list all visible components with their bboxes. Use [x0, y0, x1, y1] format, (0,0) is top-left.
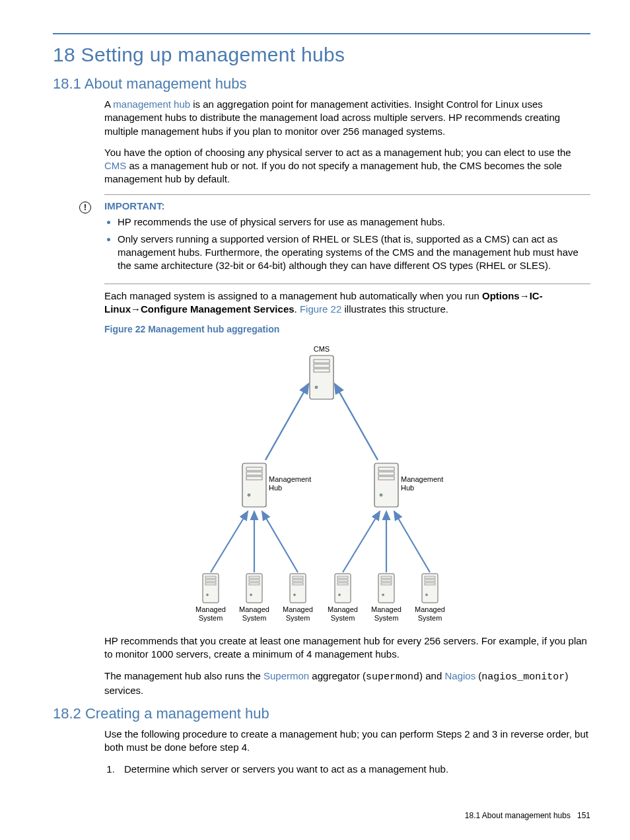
- divider-bottom: [104, 284, 590, 284]
- page-footer: 18.1 About management hubs 151: [465, 811, 590, 820]
- para-4: HP recommends that you create at least o…: [104, 634, 590, 662]
- section-18-1-heading: 18.1 About management hubs: [53, 75, 590, 93]
- important-item-2: Only servers running a supported version…: [118, 233, 590, 273]
- svg-text:Managed: Managed: [371, 605, 402, 613]
- svg-text:Managed: Managed: [195, 605, 226, 613]
- footer-section-ref: 18.1 About management hubs: [465, 811, 571, 820]
- footer-page-number: 151: [577, 811, 590, 820]
- link-figure-22[interactable]: Figure 22: [300, 303, 341, 315]
- svg-text:System: System: [374, 614, 399, 622]
- link-supermon[interactable]: Supermon: [263, 670, 309, 681]
- para-1-a: A: [104, 98, 113, 110]
- svg-text:System: System: [199, 614, 223, 622]
- para-1: A management hub is an aggregation point…: [104, 98, 590, 138]
- top-rule: [53, 33, 590, 34]
- para-5: The management hub also runs the Supermo…: [104, 669, 590, 698]
- para-2-b: as a management hub or not. If you do no…: [104, 160, 562, 184]
- svg-text:System: System: [242, 614, 267, 622]
- para-5-a: The management hub also runs the: [104, 670, 263, 681]
- para-2: You have the option of choosing any phys…: [104, 146, 590, 186]
- creating-steps: Determine which server or servers you wa…: [104, 763, 590, 776]
- svg-text:CMS: CMS: [314, 345, 330, 353]
- svg-text:Management: Management: [269, 475, 311, 483]
- para-3-a: Each managed system is assigned to a man…: [104, 290, 482, 301]
- svg-text:System: System: [418, 614, 442, 622]
- svg-text:System: System: [331, 614, 355, 622]
- svg-line-20: [343, 512, 380, 572]
- creating-step-1: Determine which server or servers you wa…: [118, 763, 590, 776]
- para-5-b: aggregator (: [309, 670, 366, 681]
- mono-supermond: supermond: [366, 671, 419, 683]
- important-block: ! IMPORTANT: HP recommends the use of ph…: [79, 200, 590, 280]
- svg-line-12: [335, 384, 378, 460]
- important-list: HP recommends the use of physical server…: [104, 215, 590, 273]
- section-18-2-heading: 18.2 Creating a management hub: [53, 705, 590, 722]
- divider-top: [104, 194, 590, 195]
- para-5-c: ) and: [419, 670, 444, 681]
- chapter-title: 18 Setting up management hubs: [53, 44, 590, 66]
- link-nagios[interactable]: Nagios: [444, 670, 475, 681]
- svg-line-19: [262, 512, 298, 572]
- svg-text:System: System: [286, 614, 310, 622]
- svg-text:Managed: Managed: [283, 605, 313, 613]
- svg-text:Hub: Hub: [269, 484, 282, 492]
- mono-nagios-monitor: nagios_monitor: [481, 671, 565, 683]
- important-icon: !: [79, 202, 91, 213]
- svg-line-22: [394, 512, 430, 572]
- svg-text:Management: Management: [401, 475, 443, 483]
- important-item-1: HP recommends the use of physical server…: [118, 215, 590, 229]
- svg-line-17: [211, 512, 248, 572]
- svg-line-11: [265, 384, 308, 460]
- svg-text:Managed: Managed: [239, 605, 269, 613]
- para-3-b: .: [295, 303, 300, 315]
- creating-intro: Use the following procedure to create a …: [104, 728, 590, 755]
- figure-22-diagram: CMS Management Hub Management Hub: [170, 341, 473, 634]
- para-2-a: You have the option of choosing any phys…: [104, 147, 571, 158]
- link-cms[interactable]: CMS: [104, 160, 126, 171]
- svg-text:Hub: Hub: [401, 484, 414, 492]
- important-label: IMPORTANT:: [104, 200, 590, 211]
- figure-22-caption: Figure 22 Management hub aggregation: [104, 324, 590, 334]
- para-5-d: (: [475, 670, 481, 681]
- para-3: Each managed system is assigned to a man…: [104, 289, 590, 317]
- para-3-c: illustrates this structure.: [341, 303, 448, 315]
- svg-text:Managed: Managed: [415, 605, 445, 613]
- svg-text:Managed: Managed: [328, 605, 358, 613]
- link-management-hub[interactable]: management hub: [113, 98, 190, 110]
